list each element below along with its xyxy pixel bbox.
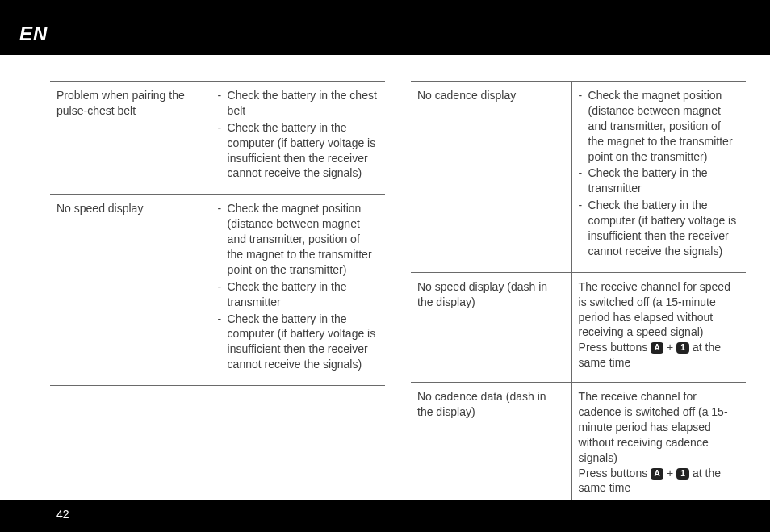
solution-item: Check the battery in the computer (if ba… (218, 120, 379, 182)
button-1-icon: 1 (676, 468, 689, 480)
solution-cell: Check the battery in the chest belt Chec… (211, 82, 385, 195)
solution-cell: Check the magnet position (distance betw… (211, 195, 385, 386)
problem-cell: No cadence display (411, 82, 571, 273)
header-band: EN (0, 0, 770, 55)
table-row: No speed display (dash in the display) T… (411, 272, 746, 382)
button-a-icon: A (651, 342, 663, 354)
plus-text: + (663, 341, 676, 354)
troubleshoot-table-right: No cadence display Check the magnet posi… (411, 81, 746, 508)
solution-item: Check the magnet position (distance betw… (579, 88, 739, 164)
press-label: Press buttons (579, 341, 651, 354)
solution-item: Check the battery in the transmitter (218, 279, 379, 310)
press-label: Press buttons (579, 467, 651, 480)
solution-item: Check the battery in the computer (if ba… (579, 198, 739, 259)
solution-text: The receive channel for speed is switche… (579, 279, 739, 341)
solution-cell: The receive channel for cadence is switc… (571, 383, 746, 508)
solution-item: Check the battery in the computer (if ba… (218, 312, 379, 373)
solution-item: Check the battery in the chest belt (218, 88, 379, 119)
footer-band: 42 (0, 500, 770, 532)
table-row: No cadence display Check the magnet posi… (411, 82, 746, 273)
plus-text: + (663, 467, 676, 480)
left-column: Problem when pairing the pulse-chest bel… (50, 81, 385, 484)
problem-cell: No speed display (dash in the display) (411, 272, 571, 382)
button-1-icon: 1 (676, 342, 689, 354)
problem-cell: Problem when pairing the pulse-chest bel… (50, 82, 211, 195)
press-buttons-line: Press buttons A + 1 at the same time (579, 466, 739, 496)
content-area: Problem when pairing the pulse-chest bel… (50, 81, 746, 484)
right-column: No cadence display Check the magnet posi… (411, 81, 746, 484)
language-code: EN (19, 23, 48, 45)
solution-cell: Check the magnet position (distance betw… (571, 82, 746, 273)
page-number: 42 (56, 508, 69, 521)
problem-cell: No cadence data (dash in the display) (411, 383, 571, 508)
troubleshoot-table-left: Problem when pairing the pulse-chest bel… (50, 81, 385, 386)
solution-item: Check the battery in the transmitter (579, 165, 739, 196)
table-row: Problem when pairing the pulse-chest bel… (50, 82, 385, 195)
button-a-icon: A (651, 468, 663, 480)
press-buttons-line: Press buttons A + 1 at the same time (579, 340, 739, 371)
table-row: No cadence data (dash in the display) Th… (411, 383, 746, 508)
solution-item: Check the magnet position (distance betw… (218, 201, 379, 277)
problem-cell: No speed display (50, 195, 211, 386)
solution-text: The receive channel for cadence is switc… (579, 389, 739, 465)
solution-cell: The receive channel for speed is switche… (571, 272, 746, 382)
table-row: No speed display Check the magnet positi… (50, 195, 385, 386)
